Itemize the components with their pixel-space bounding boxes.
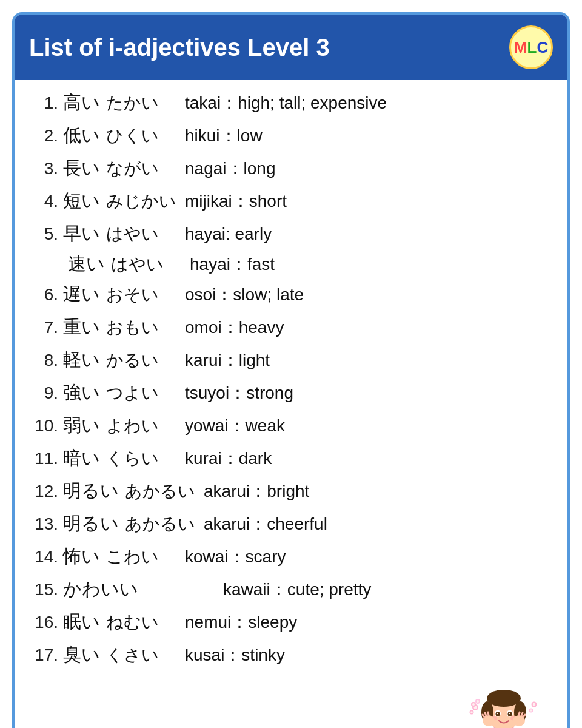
item-kanji: 高い — [63, 90, 100, 115]
item-number: 7. — [33, 315, 63, 339]
list-item: 16.眠いねむいnemui：sleepy — [33, 605, 549, 638]
list-item: 13.明るいあかるいakarui：cheerful — [33, 507, 549, 540]
list-item: 12.明るいあかるいakarui：bright — [33, 474, 549, 507]
item-number: 13. — [33, 512, 63, 536]
item-romaji: kurai：dark — [185, 447, 272, 470]
item-romaji: kowai：scary — [185, 545, 286, 568]
item-number: 16. — [33, 610, 63, 634]
item-romaji: hayai: early — [185, 222, 272, 246]
item-kana: みじかい — [106, 189, 179, 213]
list-item: 4.短いみじかいmijikai：short — [33, 184, 549, 217]
list-item: 15.かわいいkawaii：cute; pretty — [33, 573, 549, 605]
item-number: 17. — [33, 643, 63, 667]
item-kanji: 短い — [63, 188, 100, 214]
item-kanji: 強い — [63, 380, 100, 405]
main-card: List of i-adjectives Level 3 MLC 1.高いたかい… — [12, 12, 570, 728]
sub-item-kanji: 速い — [68, 251, 105, 277]
item-number: 6. — [33, 283, 63, 306]
list-item: 10.弱いよわいyowai：weak — [33, 409, 549, 442]
svg-point-21 — [508, 712, 512, 716]
list-item: 17.臭いくさいkusai：stinky — [33, 638, 549, 671]
item-kana: あかるい — [125, 512, 198, 536]
item-romaji: takai：high; tall; expensive — [185, 91, 387, 115]
svg-line-30 — [488, 712, 489, 715]
item-number: 11. — [33, 447, 63, 470]
list-item: 5.早いはやいhayai: early — [33, 217, 549, 250]
item-romaji: hikui：low — [185, 124, 263, 147]
item-kana: ねむい — [106, 610, 179, 634]
item-romaji: tsuyoi：strong — [185, 381, 293, 405]
item-romaji: kusai：stinky — [185, 643, 285, 667]
item-kanji: 明るい — [63, 478, 119, 504]
item-number: 8. — [33, 348, 63, 372]
item-kanji: 眠い — [63, 609, 100, 635]
item-kanji: 重い — [63, 314, 100, 340]
svg-point-11 — [530, 709, 532, 711]
item-kana: おもい — [106, 315, 179, 339]
list-item: 8.軽いかるいkarui：light — [33, 343, 549, 376]
svg-point-3 — [472, 703, 475, 706]
item-romaji: karui：light — [185, 348, 270, 372]
item-kanji: 低い — [63, 123, 100, 148]
item-romaji: nagai：long — [185, 157, 275, 180]
item-kanji: 怖い — [63, 544, 100, 569]
list-item: 1.高いたかいtakai：high; tall; expensive — [33, 86, 549, 119]
item-number: 5. — [33, 222, 63, 246]
item-number: 14. — [33, 545, 63, 568]
item-number: 3. — [33, 157, 63, 180]
item-kanji: 早い — [63, 221, 100, 246]
item-kana: ひくい — [106, 124, 179, 147]
item-romaji: akarui：cheerful — [204, 512, 327, 536]
item-number: 15. — [33, 578, 63, 601]
list-item: 14.怖いこわいkowai：scary — [33, 540, 549, 573]
sub-list-item: 速いはやいhayai：fast — [68, 250, 549, 278]
svg-point-20 — [496, 712, 500, 716]
item-number: 4. — [33, 189, 63, 213]
svg-line-33 — [519, 712, 520, 715]
content-area: 1.高いたかいtakai：high; tall; expensive2.低いひく… — [15, 80, 567, 728]
item-romaji: nemui：sleepy — [185, 610, 297, 634]
item-kana: はやい — [106, 222, 179, 246]
item-kanji: 明るい — [63, 511, 119, 536]
character-illustration — [464, 671, 543, 728]
sub-item-kana: はやい — [111, 252, 184, 276]
item-kana: おそい — [106, 283, 179, 306]
item-number: 12. — [33, 479, 63, 503]
svg-line-29 — [485, 713, 486, 716]
item-romaji: kawaii：cute; pretty — [223, 578, 371, 601]
item-kana: たかい — [106, 91, 179, 115]
svg-point-5 — [477, 700, 479, 703]
item-kana: こわい — [106, 545, 179, 568]
item-kanji: 臭い — [63, 642, 100, 667]
item-number: 2. — [33, 124, 63, 147]
item-kanji: 長い — [63, 155, 100, 181]
mlc-logo: MLC — [509, 25, 553, 69]
item-romaji: mijikai：short — [185, 189, 287, 213]
header: List of i-adjectives Level 3 MLC — [15, 15, 567, 80]
svg-point-23 — [509, 713, 510, 714]
item-kanji: 遅い — [63, 281, 100, 307]
item-kana: くさい — [106, 643, 179, 667]
svg-point-7 — [470, 711, 473, 713]
page-title: List of i-adjectives Level 3 — [29, 34, 330, 61]
item-romaji: yowai：weak — [185, 414, 285, 437]
item-kanji: 軽い — [63, 347, 100, 372]
item-number: 1. — [33, 91, 63, 115]
svg-line-32 — [521, 713, 523, 716]
item-kana: つよい — [106, 381, 179, 405]
svg-point-15 — [487, 690, 521, 707]
item-kana: よわい — [106, 414, 179, 437]
list-item: 6.遅いおそいosoi：slow; late — [33, 278, 549, 311]
item-romaji: akarui：bright — [204, 479, 309, 503]
list-item: 2.低いひくいhikui：low — [33, 119, 549, 152]
list-item: 3.長いながいnagai：long — [33, 152, 549, 184]
item-number: 10. — [33, 414, 63, 437]
sub-item-romaji: hayai：fast — [190, 252, 275, 276]
list-item: 11.暗いくらいkurai：dark — [33, 442, 549, 474]
item-kanji: かわいい — [63, 576, 138, 602]
svg-point-22 — [497, 713, 498, 714]
item-romaji: osoi：slow; late — [185, 283, 304, 306]
bottom-section — [33, 671, 549, 728]
item-kanji: 暗い — [63, 445, 100, 471]
list-item: 7.重いおもいomoi：heavy — [33, 311, 549, 343]
